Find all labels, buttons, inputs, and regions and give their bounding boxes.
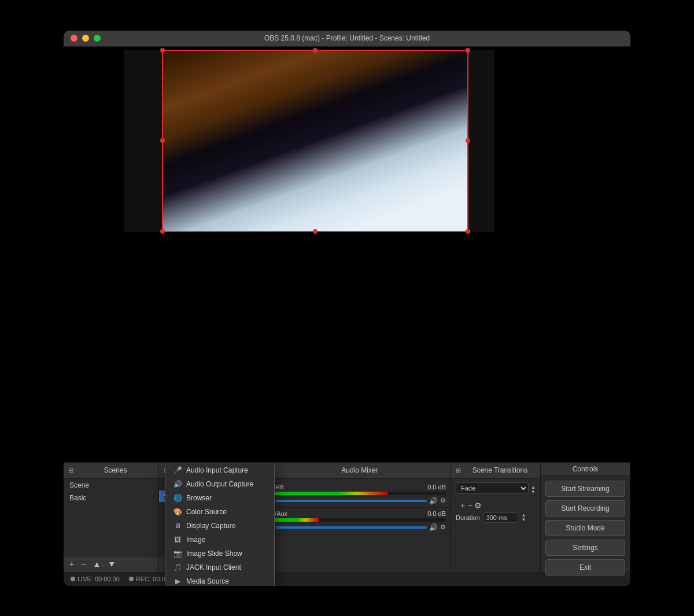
scenes-toolbar: + − ▲ ▼ xyxy=(64,556,158,572)
video-selection-box[interactable] xyxy=(162,50,468,232)
scene-list: Scene Basic xyxy=(64,479,158,556)
status-live: LIVE: 00:00:00 xyxy=(71,576,120,582)
ctx-color-source[interactable]: 🎨 Color Source xyxy=(165,505,274,519)
controls-header: Controls xyxy=(541,463,630,476)
live-time: LIVE: 00:00:00 xyxy=(77,576,120,582)
ctx-audio-input-capture[interactable]: 🎤 Audio Input Capture xyxy=(165,463,274,477)
jack-input-icon: 🎵 xyxy=(174,563,182,571)
video-preview xyxy=(163,51,467,231)
window-title: OBS 25.0.8 (mac) - Profile: Untitled - S… xyxy=(264,34,430,42)
ctx-display-capture[interactable]: 🖥 Display Capture xyxy=(165,519,274,533)
minimize-button[interactable] xyxy=(82,35,89,42)
exit-button[interactable]: Exit xyxy=(545,559,625,576)
resize-handle-bottomright[interactable] xyxy=(466,229,470,234)
preview-area xyxy=(64,47,630,462)
image-slideshow-icon: 📷 xyxy=(174,549,182,558)
transitions-icon: ⊞ xyxy=(456,467,461,474)
audio-channel-top-micaux: Mic/Aux 0.0 dB xyxy=(265,510,446,517)
live-indicator xyxy=(71,577,75,581)
audio-controls-micaux: 🔇 🔊 ⚙ xyxy=(265,523,446,532)
transitions-content: Fade Cut Swipe ▲ ▼ + − ⚙ Duration xyxy=(451,479,540,572)
media-source-icon: ▶ xyxy=(174,577,182,585)
ctx-label-browser: Browser xyxy=(186,494,212,502)
move-scene-down-button[interactable]: ▼ xyxy=(105,558,118,570)
image-icon: 🖼 xyxy=(174,536,182,544)
fullscreen-button[interactable] xyxy=(94,35,101,42)
ctx-label-color-source: Color Source xyxy=(186,508,227,516)
controls-content: Start Streaming Start Recording Studio M… xyxy=(541,476,630,580)
resize-handle-bottomcenter[interactable] xyxy=(313,229,318,234)
close-button[interactable] xyxy=(71,35,77,42)
transitions-toolbar: + − ⚙ xyxy=(456,501,536,510)
resize-handle-bottomleft[interactable] xyxy=(160,229,165,234)
move-scene-up-button[interactable]: ▲ xyxy=(90,558,103,570)
bottom-panels: ⊞ Scenes Scene Basic + − ▲ ▼ ⊞ Sources xyxy=(64,462,630,572)
resize-handle-topcenter[interactable] xyxy=(313,48,318,53)
transition-type-select[interactable]: Fade Cut Swipe xyxy=(456,482,529,494)
audio-mixer-title: Audio Mixer xyxy=(274,466,446,474)
browser-icon: 🌐 xyxy=(174,494,182,502)
ctx-label-audio-input: Audio Input Capture xyxy=(186,466,248,474)
audio-channel-500r8: 500R8 0.0 dB 🔇 🔊 ⚙ xyxy=(260,481,451,508)
sources-panel: ⊞ Sources 🎤 500R8 👁 🔒 📷 EpoCam 👁 xyxy=(159,463,260,572)
resize-handle-middleleft[interactable] xyxy=(160,138,165,143)
scene-item-basic[interactable]: Basic xyxy=(64,492,158,504)
scene-item-scene[interactable]: Scene xyxy=(64,479,158,492)
transitions-header: ⊞ Scene Transitions xyxy=(451,463,540,479)
remove-transition-button[interactable]: − xyxy=(467,501,472,510)
duration-stepper: ▲ ▼ xyxy=(522,513,526,522)
remove-scene-button[interactable]: − xyxy=(79,558,88,570)
audio-mixer-panel: ⊞ Audio Mixer 500R8 0.0 dB 🔇 � xyxy=(260,463,451,572)
display-capture-icon: 🖥 xyxy=(174,522,182,530)
color-source-icon: 🎨 xyxy=(174,508,182,516)
transition-type-stepper: ▲ ▼ xyxy=(531,485,536,495)
ctx-jack-input[interactable]: 🎵 JACK Input Client xyxy=(165,560,274,574)
ctx-image[interactable]: 🖼 Image xyxy=(165,533,274,547)
add-scene-button[interactable]: + xyxy=(67,558,76,570)
add-transition-button[interactable]: + xyxy=(460,501,465,510)
transition-settings-button[interactable]: ⚙ xyxy=(474,501,482,510)
studio-mode-button[interactable]: Studio Mode xyxy=(545,520,625,536)
controls-panel: Controls Start Streaming Start Recording… xyxy=(541,463,630,572)
audio-channel-db-micaux: 0.0 dB xyxy=(427,510,446,517)
audio-mixer-header: ⊞ Audio Mixer xyxy=(260,463,451,479)
transition-type-down[interactable]: ▼ xyxy=(531,490,536,495)
fade-row: Fade Cut Swipe ▲ ▼ xyxy=(456,482,536,497)
scenes-panel-title: Scenes xyxy=(77,466,154,474)
audio-settings-button-500r8[interactable]: ⚙ xyxy=(440,497,446,504)
scenes-panel: ⊞ Scenes Scene Basic + − ▲ ▼ xyxy=(64,463,159,572)
ctx-label-image: Image xyxy=(186,536,205,544)
scene-transitions-panel: ⊞ Scene Transitions Fade Cut Swipe ▲ ▼ xyxy=(451,463,541,572)
audio-settings-button-micaux[interactable]: ⚙ xyxy=(440,523,446,531)
duration-label: Duration xyxy=(456,514,480,521)
duration-row: Duration ▲ ▼ xyxy=(456,512,536,523)
volume-slider-micaux[interactable] xyxy=(276,526,427,529)
ctx-audio-output-capture[interactable]: 🔊 Audio Output Capture xyxy=(165,477,274,491)
duration-input[interactable] xyxy=(483,512,518,523)
ctx-media-source[interactable]: ▶ Media Source xyxy=(165,574,274,586)
audio-channel-db-500r8: 0.0 dB xyxy=(427,484,446,490)
start-recording-button[interactable]: Start Recording xyxy=(545,500,625,517)
resize-handle-topright[interactable] xyxy=(466,48,470,53)
ctx-browser[interactable]: 🌐 Browser xyxy=(165,491,274,505)
ctx-image-slideshow[interactable]: 📷 Image Slide Show xyxy=(165,547,274,560)
audio-meter-fill-500r8 xyxy=(265,492,388,495)
resize-handle-topleft[interactable] xyxy=(160,48,165,53)
scenes-panel-header: ⊞ Scenes xyxy=(64,463,158,479)
settings-button[interactable]: Settings xyxy=(545,540,625,556)
speaker-button-500r8[interactable]: 🔊 xyxy=(429,497,438,505)
speaker-button-micaux[interactable]: 🔊 xyxy=(429,523,438,532)
ctx-label-jack-input: JACK Input Client xyxy=(186,563,241,571)
rec-indicator xyxy=(129,577,134,581)
start-streaming-button[interactable]: Start Streaming xyxy=(545,481,625,497)
audio-meter-500r8 xyxy=(265,492,446,495)
ctx-label-image-slideshow: Image Slide Show xyxy=(186,549,242,558)
video-letterbox-left xyxy=(124,50,162,232)
transitions-title: Scene Transitions xyxy=(464,466,536,474)
duration-down[interactable]: ▼ xyxy=(522,518,526,522)
volume-slider-500r8[interactable] xyxy=(276,500,427,502)
obs-window: OBS 25.0.8 (mac) - Profile: Untitled - S… xyxy=(64,31,630,586)
preview-canvas xyxy=(64,47,630,462)
resize-handle-middleright[interactable] xyxy=(466,138,470,143)
controls-title: Controls xyxy=(545,465,625,473)
